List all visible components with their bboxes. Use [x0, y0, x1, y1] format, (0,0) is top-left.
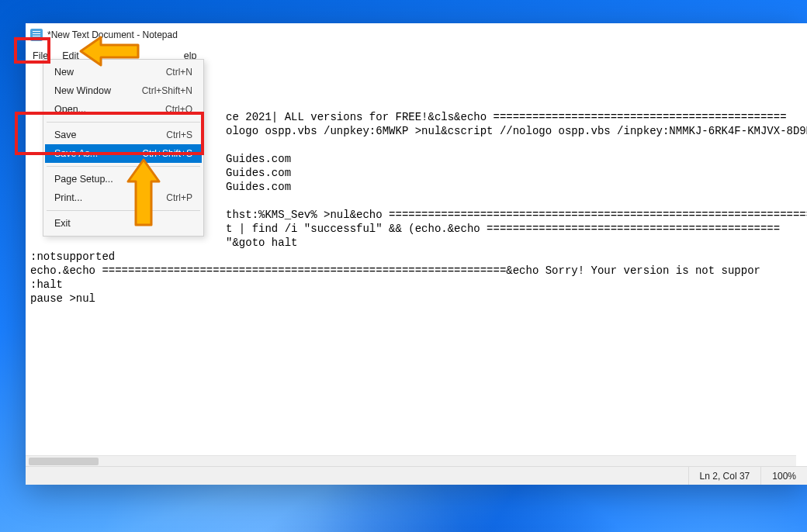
menu-item-open[interactable]: Open... Ctrl+O — [45, 100, 202, 119]
statusbar: Ln 2, Col 37 100% — [26, 466, 807, 485]
menu-separator — [47, 210, 200, 211]
menu-item-label: Open... — [54, 104, 86, 115]
menu-item-shortcut: Ctrl+Shift+N — [142, 85, 192, 96]
menu-separator — [47, 122, 200, 123]
window-title: *New Text Document - Notepad — [47, 29, 178, 40]
menu-item-new-window[interactable]: New Window Ctrl+Shift+N — [45, 81, 202, 100]
menu-item-label: Save As... — [54, 148, 98, 159]
notepad-icon — [30, 29, 43, 41]
menu-item-shortcut: Ctrl+P — [166, 192, 192, 203]
file-dropdown-menu: New Ctrl+N New Window Ctrl+Shift+N Open.… — [43, 59, 204, 237]
menu-item-new[interactable]: New Ctrl+N — [45, 63, 202, 81]
status-position: Ln 2, Col 37 — [688, 467, 761, 485]
menu-item-save-as[interactable]: Save As... Ctrl+Shift+S — [45, 144, 202, 163]
status-zoom: 100% — [760, 467, 807, 485]
menu-item-print[interactable]: Print... Ctrl+P — [45, 188, 202, 207]
titlebar[interactable]: *New Text Document - Notepad — [26, 23, 807, 47]
menu-separator — [47, 166, 200, 167]
menu-item-shortcut: Ctrl+S — [166, 130, 192, 140]
menu-item-label: Exit — [54, 218, 71, 229]
menu-item-label: Print... — [54, 192, 82, 203]
menu-item-label: New — [54, 67, 74, 78]
menu-item-save[interactable]: Save Ctrl+S — [45, 126, 202, 144]
menu-item-label: Save — [54, 130, 77, 140]
menu-item-shortcut: Ctrl+Shift+S — [142, 148, 192, 159]
menu-item-shortcut: Ctrl+O — [165, 104, 192, 115]
horizontal-scrollbar[interactable] — [26, 455, 796, 466]
scrollbar-thumb[interactable] — [29, 458, 99, 465]
menu-item-page-setup[interactable]: Page Setup... — [45, 170, 202, 188]
menu-item-shortcut: Ctrl+N — [166, 67, 192, 78]
menu-item-label: New Window — [54, 85, 111, 96]
menu-item-exit[interactable]: Exit — [45, 214, 202, 233]
menu-item-label: Page Setup... — [54, 174, 113, 185]
